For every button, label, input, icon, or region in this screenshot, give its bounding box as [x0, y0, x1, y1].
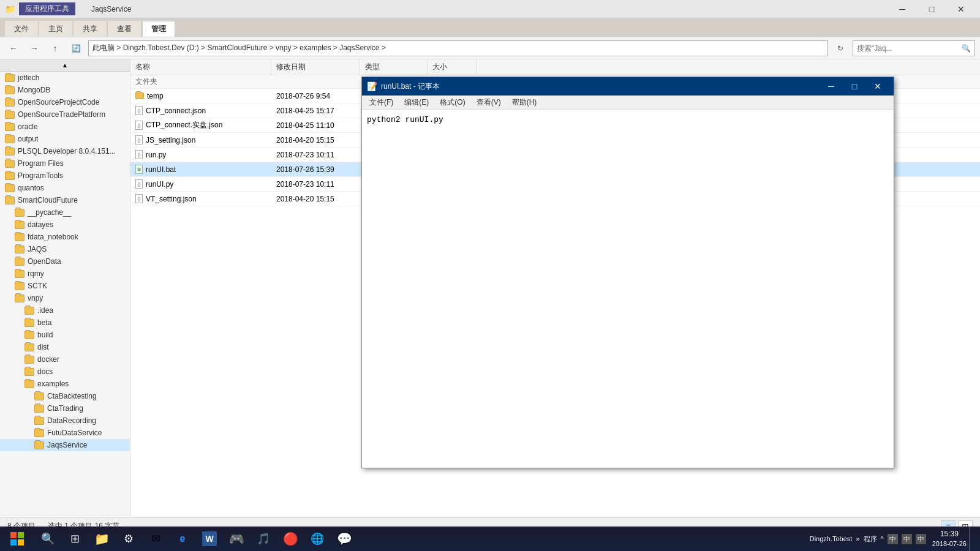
sidebar-item[interactable]: CtaTrading: [0, 402, 130, 414]
folder-icon: [5, 135, 15, 143]
up-button[interactable]: ↑: [47, 40, 64, 57]
sidebar-item[interactable]: Program Files: [0, 157, 130, 170]
taskbar-word-button[interactable]: W: [196, 527, 223, 551]
sidebar-item[interactable]: MongoDB: [0, 84, 130, 96]
folder-icon: [15, 282, 24, 290]
sidebar-item-label: Program Files: [18, 159, 64, 168]
sidebar-item[interactable]: dist: [0, 341, 130, 353]
tab-file[interactable]: 文件: [5, 21, 38, 37]
forward-button[interactable]: →: [26, 40, 43, 57]
show-desktop-button[interactable]: [969, 527, 974, 551]
sidebar-item[interactable]: jettech: [0, 72, 130, 84]
notepad-close-button[interactable]: ✕: [867, 80, 889, 93]
tray-ime3[interactable]: 中: [916, 534, 926, 544]
taskbar-taskview-button[interactable]: ⊞: [61, 527, 88, 551]
breadcrumb[interactable]: 此电脑 > Dingzh.Tobest.Dev (D:) > SmartClou…: [88, 40, 828, 56]
sidebar-item[interactable]: quantos: [0, 182, 130, 194]
tab-manage[interactable]: 管理: [142, 21, 175, 37]
sidebar-item[interactable]: OpenSourceProjectCode: [0, 96, 130, 108]
sidebar-item-label: docker: [37, 355, 59, 364]
tray-ime2[interactable]: 中: [902, 534, 912, 544]
sidebar-item[interactable]: OpenData: [0, 255, 130, 268]
sidebar-item[interactable]: build: [0, 329, 130, 341]
folder-icon: [5, 111, 15, 119]
search-icon: 🔍: [962, 44, 971, 53]
taskbar-clock[interactable]: 15:39 2018-07-26: [932, 529, 967, 549]
sidebar-item[interactable]: PLSQL Developer 8.0.4.151...: [0, 145, 130, 157]
minimize-button[interactable]: ─: [888, 0, 916, 18]
col-header-type[interactable]: 类型: [360, 59, 428, 75]
notepad-title-text: runUI.bat - 记事本: [381, 81, 440, 92]
notepad-menu-edit[interactable]: 编辑(E): [399, 96, 434, 110]
taskbar-chat-button[interactable]: 💬: [331, 527, 358, 551]
search-bar[interactable]: 🔍: [853, 40, 975, 56]
tray-ime1[interactable]: 中: [888, 534, 898, 544]
taskbar-settings-button[interactable]: ⚙: [115, 527, 142, 551]
notepad-menu-view[interactable]: 查看(V): [472, 96, 506, 110]
notepad-menu-format[interactable]: 格式(O): [435, 96, 470, 110]
search-input[interactable]: [857, 44, 962, 53]
sidebar-item[interactable]: docker: [0, 353, 130, 365]
back-button[interactable]: ←: [5, 40, 22, 57]
tray-arrow[interactable]: »: [856, 535, 859, 542]
tab-share[interactable]: 共享: [74, 21, 107, 37]
sidebar-item[interactable]: docs: [0, 365, 130, 378]
col-header-date[interactable]: 修改日期: [271, 59, 360, 75]
folder-icon: [15, 246, 24, 253]
sidebar-item[interactable]: datayes: [0, 219, 130, 231]
sidebar-item[interactable]: ProgramTools: [0, 170, 130, 182]
word-icon: W: [202, 531, 217, 546]
folder-icon: [5, 99, 15, 107]
svg-rect-3: [18, 539, 24, 545]
sidebar-item-label: oracle: [18, 122, 38, 131]
sidebar-item[interactable]: DataRecording: [0, 414, 130, 427]
tab-home[interactable]: 主页: [39, 21, 72, 37]
sidebar-item[interactable]: SCTK: [0, 280, 130, 292]
taskbar-explorer-button[interactable]: 📁: [88, 527, 115, 551]
address-refresh-button[interactable]: ↻: [832, 40, 849, 57]
start-button[interactable]: [0, 527, 34, 551]
title-bar-controls: ─ □ ✕: [888, 0, 975, 18]
folder-icon: [24, 356, 34, 364]
sidebar-item[interactable]: OpenSourceTradePlatform: [0, 108, 130, 121]
taskbar-media-button[interactable]: 🎵: [250, 527, 277, 551]
folder-icon: [24, 319, 34, 327]
maximize-button[interactable]: □: [918, 0, 946, 18]
taskbar-browser-button[interactable]: 🌐: [304, 527, 331, 551]
sidebar-item[interactable]: output: [0, 133, 130, 145]
sidebar-item[interactable]: JAQS: [0, 243, 130, 255]
notepad-content[interactable]: python2 runUI.py: [362, 110, 894, 468]
tray-chevron[interactable]: ^: [881, 535, 884, 542]
sidebar-item[interactable]: SmartCloudFuture: [0, 194, 130, 206]
sidebar-item[interactable]: beta: [0, 317, 130, 329]
sidebar-item[interactable]: fdata_notebook: [0, 231, 130, 243]
sidebar-scroll-up[interactable]: ▲: [0, 59, 130, 72]
sidebar-item[interactable]: examples: [0, 378, 130, 390]
file-name: VT_setting.json: [146, 195, 197, 203]
taskbar-xbox-button[interactable]: 🎮: [223, 527, 250, 551]
notepad-minimize-button[interactable]: ─: [820, 80, 842, 93]
col-header-name[interactable]: 名称: [130, 59, 271, 75]
taskbar-mail-button[interactable]: ✉: [142, 527, 169, 551]
folder-icon: [24, 307, 34, 315]
sidebar-item[interactable]: FutuDataService: [0, 427, 130, 439]
sidebar-item[interactable]: JaqsService: [0, 439, 130, 451]
sidebar-item[interactable]: vnpy: [0, 292, 130, 304]
notepad-menu-help[interactable]: 帮助(H): [507, 96, 542, 110]
ribbon-tabs: 文件 主页 共享 查看 管理: [0, 18, 980, 37]
notepad-maximize-button[interactable]: □: [843, 80, 865, 93]
sidebar-item[interactable]: __pycache__: [0, 206, 130, 219]
sidebar-item[interactable]: CtaBacktesting: [0, 390, 130, 402]
notepad-menu-file[interactable]: 文件(F): [364, 96, 398, 110]
refresh-button[interactable]: 🔄: [67, 40, 85, 57]
taskbar-app1-button[interactable]: 🔴: [277, 527, 304, 551]
col-header-size[interactable]: 大小: [428, 59, 477, 75]
sidebar-item[interactable]: oracle: [0, 121, 130, 133]
taskbar-edge-button[interactable]: e: [169, 527, 196, 551]
close-button[interactable]: ✕: [947, 0, 975, 18]
tab-view[interactable]: 查看: [108, 21, 141, 37]
taskbar-search-button[interactable]: 🔍: [34, 527, 61, 551]
sidebar-item-label: vnpy: [28, 294, 43, 302]
sidebar-item[interactable]: rqmy: [0, 268, 130, 280]
sidebar-item[interactable]: .idea: [0, 304, 130, 317]
